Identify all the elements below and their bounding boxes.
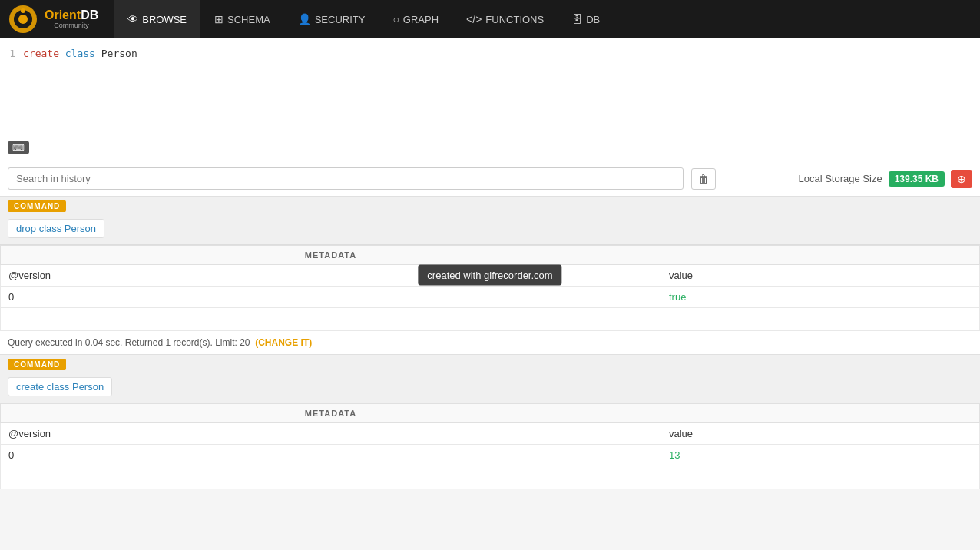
history-bar: 🗑 Local Storage Size 139.35 KB ⊕ bbox=[0, 161, 980, 197]
browse-icon: 👁 bbox=[127, 13, 138, 25]
code-person: Person bbox=[95, 48, 137, 59]
query-status-text: Query executed in 0.04 sec. Returned 1 r… bbox=[8, 337, 250, 348]
table1-col2-header bbox=[661, 246, 980, 265]
graph-icon: ○ bbox=[392, 13, 399, 25]
table2-col2-header bbox=[661, 404, 980, 423]
table-row: 0 13 bbox=[1, 445, 980, 466]
orientdb-logo bbox=[8, 4, 38, 35]
change-it-link[interactable]: (CHANGE IT) bbox=[255, 337, 312, 348]
schema-icon: ⊞ bbox=[214, 13, 223, 25]
history-search-input[interactable] bbox=[8, 167, 684, 190]
table-row-empty-2 bbox=[1, 466, 980, 489]
table2-row1-col2: value bbox=[661, 423, 980, 445]
nav-browse[interactable]: 👁 BROWSE bbox=[114, 0, 200, 38]
table2-row2-col2: 13 bbox=[661, 445, 980, 466]
command-badge-2: COMMAND bbox=[8, 359, 66, 370]
command-badge-1: COMMAND bbox=[8, 200, 66, 212]
code-class: class bbox=[59, 48, 95, 59]
command-header-2: COMMAND bbox=[0, 355, 980, 374]
editor-line-1: 1 create class Person bbox=[0, 46, 980, 61]
command-link-1[interactable]: drop class Person bbox=[8, 219, 104, 238]
nav-security[interactable]: 👤 SECURITY bbox=[284, 0, 379, 38]
result-table-2: METADATA @version value 0 13 bbox=[0, 403, 980, 489]
storage-size-badge: 139.35 KB bbox=[889, 171, 945, 187]
nav-functions[interactable]: </> FUNCTIONS bbox=[452, 0, 558, 38]
table-row: @version value bbox=[1, 265, 980, 287]
code-create: create bbox=[23, 48, 59, 59]
nav-graph[interactable]: ○ GRAPH bbox=[379, 0, 452, 38]
table1-row1-col2: value bbox=[661, 265, 980, 287]
table1-row1-col1: @version bbox=[1, 265, 661, 287]
table-row: 0 true bbox=[1, 287, 980, 308]
functions-icon: </> bbox=[466, 13, 482, 25]
svg-point-2 bbox=[18, 15, 28, 24]
table1-row2-col2: true bbox=[661, 287, 980, 308]
keyboard-icon[interactable]: ⌨ bbox=[8, 141, 29, 154]
nav-schema[interactable]: ⊞ SCHEMA bbox=[200, 0, 284, 38]
code-line: create class Person bbox=[23, 48, 137, 59]
storage-label: Local Storage Size bbox=[799, 173, 882, 184]
scroll-indicator: ⌨ bbox=[8, 141, 29, 153]
brand: OrientDB Community bbox=[8, 4, 98, 35]
table2-col1-header: METADATA bbox=[1, 404, 661, 423]
table2-row1-col1: @version bbox=[1, 423, 661, 445]
brand-db: DB bbox=[81, 8, 98, 22]
command-section-2: COMMAND create class Person bbox=[0, 355, 980, 403]
table1-col1-header: METADATA bbox=[1, 246, 661, 265]
table1-row2-col1: 0 bbox=[1, 287, 661, 308]
storage-info: Local Storage Size 139.35 KB ⊕ bbox=[799, 170, 973, 188]
table2-row2-col1: 0 bbox=[1, 445, 661, 466]
brand-orient: Orient bbox=[45, 8, 81, 22]
svg-point-3 bbox=[21, 8, 25, 13]
editor-area: 1 create class Person ⌨ bbox=[0, 38, 980, 161]
brand-text: OrientDB Community bbox=[45, 8, 98, 29]
command-link-2[interactable]: create class Person bbox=[8, 377, 112, 396]
brand-name: OrientDB bbox=[45, 8, 98, 22]
command-section-1: COMMAND drop class Person bbox=[0, 197, 980, 245]
security-icon: 👤 bbox=[298, 13, 311, 25]
brand-community: Community bbox=[45, 22, 98, 30]
navbar: OrientDB Community 👁 BROWSE ⊞ SCHEMA 👤 S… bbox=[0, 0, 980, 38]
nav-items: 👁 BROWSE ⊞ SCHEMA 👤 SECURITY ○ GRAPH </>… bbox=[114, 0, 614, 38]
nav-db[interactable]: 🗄 DB bbox=[558, 0, 614, 38]
result-table-1: METADATA @version value 0 true bbox=[0, 245, 980, 331]
query-status: Query executed in 0.04 sec. Returned 1 r… bbox=[0, 331, 980, 355]
result-table-wrapper-1: METADATA @version value 0 true bbox=[0, 245, 980, 331]
storage-clear-button[interactable]: ⊕ bbox=[951, 170, 972, 188]
db-icon: 🗄 bbox=[571, 13, 582, 25]
table-row: @version value bbox=[1, 423, 980, 445]
delete-history-button[interactable]: 🗑 bbox=[691, 168, 716, 190]
command-header-1: COMMAND bbox=[0, 197, 980, 216]
result-table-wrapper-2: METADATA @version value 0 13 bbox=[0, 403, 980, 489]
table-row-empty bbox=[1, 308, 980, 331]
line-number: 1 bbox=[0, 48, 23, 59]
